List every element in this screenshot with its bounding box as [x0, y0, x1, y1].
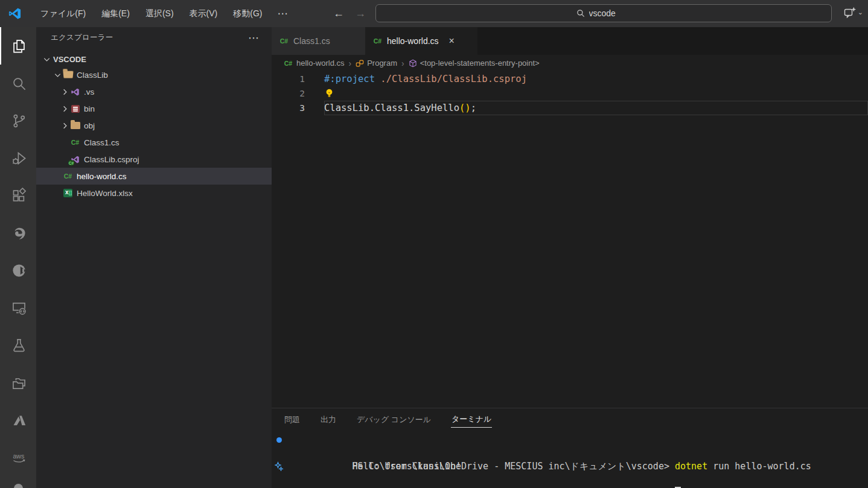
- tree-item-label: ClassLib: [77, 71, 108, 80]
- activitybar-search[interactable]: [0, 65, 36, 102]
- menu-selection[interactable]: 選択(S): [138, 6, 182, 22]
- editor-group: Class1.cs hello-world.cs × hello-world.c…: [272, 27, 868, 488]
- tree-item-label: bin: [84, 104, 95, 113]
- breadcrumb-entry-point[interactable]: <top-level-statements-entry-point>: [409, 59, 540, 68]
- command-center-search[interactable]: [375, 4, 832, 22]
- tree-item-label: HelloWorld.xlsx: [77, 189, 133, 198]
- tree-item-csproj[interactable]: C# ClassLib.csproj: [36, 151, 272, 168]
- activitybar-explorer[interactable]: [0, 27, 36, 65]
- chevron-right-icon: [59, 121, 70, 130]
- excel-file-icon: [63, 188, 73, 198]
- breadcrumb-symbol-program[interactable]: Program: [356, 59, 397, 68]
- explorer-tree: ClassLib .vs bin: [36, 66, 272, 201]
- extensions-icon: [11, 188, 27, 204]
- breadcrumb-file[interactable]: hello-world.cs: [283, 59, 344, 68]
- code-line-3-current: 3 ClassLib.Class1.SayHello();: [272, 101, 868, 115]
- csproj-file-icon: C#: [70, 154, 80, 164]
- title-bar: ファイル(F) 編集(E) 選択(S) 表示(V) 移動(G) ⋯ ← → ⌄: [0, 0, 868, 27]
- csharp-file-icon: [63, 171, 73, 181]
- edge-icon: [11, 225, 27, 241]
- folders-icon: [11, 375, 27, 391]
- tree-item-vs[interactable]: .vs: [36, 83, 272, 100]
- tree-item-classlib[interactable]: ClassLib: [36, 66, 272, 83]
- csharp-file-icon: [283, 59, 293, 68]
- activitybar-aws[interactable]: aws: [0, 439, 36, 476]
- menu-view[interactable]: 表示(V): [182, 6, 226, 22]
- workbench: aws エクスプローラー ⋯ VSCODE: [0, 27, 868, 488]
- activity-bar: aws: [0, 27, 36, 488]
- activitybar-run-debug[interactable]: [0, 139, 36, 177]
- tab-label: hello-world.cs: [387, 36, 439, 46]
- sidebar-title: エクスプローラー: [51, 33, 248, 43]
- chevron-right-icon: [59, 104, 70, 113]
- vscode-logo-icon: [8, 7, 22, 21]
- csharp-file-icon: [70, 138, 80, 147]
- breadcrumb-entry-label: <top-level-statements-entry-point>: [420, 59, 540, 68]
- code-text: #:project ./ClassLib/ClassLib.csproj: [324, 72, 527, 86]
- activitybar-source-control[interactable]: [0, 102, 36, 139]
- tree-item-helloworld-xlsx[interactable]: HelloWorld.xlsx: [36, 185, 272, 201]
- tab-label: Class1.cs: [293, 36, 330, 46]
- chevron-down-icon: [52, 70, 63, 80]
- section-label: VSCODE: [53, 55, 86, 64]
- activitybar-testing[interactable]: [0, 326, 36, 364]
- tab-bar: Class1.cs hello-world.cs ×: [272, 27, 868, 55]
- command-decoration-dot-icon[interactable]: [276, 437, 282, 443]
- source-control-icon: [11, 113, 27, 129]
- views-more-actions-icon[interactable]: ⋯: [248, 31, 260, 45]
- symbol-class-icon: [356, 59, 364, 68]
- panel-tab-problems[interactable]: 問題: [284, 412, 301, 428]
- menu-edit[interactable]: 編集(E): [94, 6, 138, 22]
- tree-item-hello-world[interactable]: hello-world.cs: [36, 168, 272, 185]
- activitybar-circular-extension[interactable]: [0, 252, 36, 289]
- panel-tab-debug-console[interactable]: デバッグ コンソール: [356, 412, 432, 428]
- code-editor[interactable]: 1 #:project ./ClassLib/ClassLib.csproj 2…: [272, 71, 868, 408]
- explorer-sidebar: エクスプローラー ⋯ VSCODE ClassLib: [36, 27, 272, 488]
- tab-hello-world[interactable]: hello-world.cs ×: [365, 27, 477, 55]
- visual-studio-icon: [70, 87, 80, 97]
- breadcrumb-symbol-label: Program: [367, 59, 397, 68]
- terminal-line-2: Hello from ClassLib!: [287, 446, 868, 460]
- activitybar-edge-devtools[interactable]: [0, 214, 36, 252]
- close-icon[interactable]: ×: [449, 36, 455, 46]
- section-header-vscode[interactable]: VSCODE: [36, 52, 272, 66]
- tree-item-label: obj: [84, 121, 95, 130]
- code-line-1: 1 #:project ./ClassLib/ClassLib.csproj: [272, 72, 868, 86]
- tree-item-obj[interactable]: obj: [36, 117, 272, 134]
- activitybar-extensions[interactable]: [0, 177, 36, 214]
- code-line-2: 2: [272, 86, 868, 101]
- panel-tab-terminal[interactable]: ターミナル: [451, 411, 492, 428]
- tree-item-label: ClassLib.csproj: [84, 155, 139, 164]
- activitybar-remote-explorer[interactable]: [0, 289, 36, 326]
- menu-go[interactable]: 移動(G): [225, 6, 270, 22]
- folder-open-icon: [63, 70, 73, 80]
- activitybar-project-folders[interactable]: [0, 364, 36, 401]
- terminal[interactable]: PS C:\Users\kuni\OneDrive - MESCIUS inc\…: [272, 431, 868, 488]
- copilot-menu-button[interactable]: ⌄: [843, 5, 863, 20]
- panel-tab-output[interactable]: 出力: [320, 412, 337, 428]
- panel-tab-bar: 問題 出力 デバッグ コンソール ターミナル: [272, 408, 868, 431]
- beaker-icon: [11, 337, 27, 353]
- tree-item-bin[interactable]: bin: [36, 100, 272, 117]
- aws-icon: aws: [11, 449, 27, 466]
- activitybar-azure[interactable]: [0, 401, 36, 439]
- chevron-right-icon: [59, 87, 70, 97]
- svg-text:aws: aws: [13, 452, 24, 459]
- menu-more-icon[interactable]: ⋯: [270, 6, 295, 21]
- chevron-separator-icon: ›: [400, 59, 406, 68]
- chevron-down-icon: [41, 54, 52, 64]
- tree-item-class1[interactable]: Class1.cs: [36, 134, 272, 151]
- symbol-method-cube-icon: [409, 59, 417, 68]
- bottom-panel: 問題 出力 デバッグ コンソール ターミナル PS C:\Users\kuni\…: [272, 408, 868, 488]
- copilot-icon: [843, 5, 857, 20]
- account-icon[interactable]: [14, 484, 23, 488]
- vscode-window: ファイル(F) 編集(E) 選択(S) 表示(V) 移動(G) ⋯ ← → ⌄: [0, 0, 868, 488]
- copilot-sparkle-icon[interactable]: [274, 461, 284, 471]
- breadcrumb: hello-world.cs › Program ›: [272, 55, 868, 71]
- lightbulb-icon[interactable]: [324, 88, 334, 98]
- forward-arrow-icon[interactable]: →: [353, 5, 368, 21]
- back-arrow-icon[interactable]: ←: [331, 5, 346, 21]
- search-input[interactable]: [589, 8, 631, 18]
- menu-file[interactable]: ファイル(F): [33, 6, 94, 22]
- tab-class1[interactable]: Class1.cs: [272, 27, 365, 55]
